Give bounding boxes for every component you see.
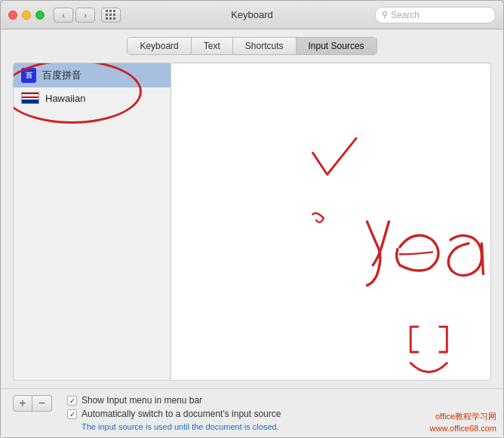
auto-switch-label: Automatically switch to a document's inp… [81, 409, 281, 419]
item-label-baidu: 百度拼音 [42, 69, 81, 82]
window-title: Keyboard [231, 9, 273, 20]
traffic-lights [8, 11, 45, 20]
add-source-button[interactable]: + [13, 395, 32, 412]
window: ‹ › Keyboard ⚲ Search Keyboard Text Shor… [0, 0, 504, 438]
remove-source-button[interactable]: − [32, 395, 52, 412]
grid-view-button[interactable] [101, 8, 121, 23]
baidu-icon: 百 [21, 68, 36, 83]
forward-button[interactable]: › [75, 8, 95, 23]
show-input-menu-label: Show Input menu in menu bar [81, 395, 202, 406]
note-text: The input source is used until the docum… [81, 422, 281, 431]
show-input-menu-checkbox[interactable]: ✓ [67, 396, 77, 406]
tab-input-sources[interactable]: Input Sources [297, 38, 376, 54]
tabs-container: Keyboard Text Shortcuts Input Sources [127, 37, 376, 55]
tab-shortcuts[interactable]: Shortcuts [233, 38, 297, 54]
titlebar: ‹ › Keyboard ⚲ Search [1, 1, 503, 29]
close-button[interactable] [8, 11, 17, 20]
search-placeholder: Search [391, 10, 419, 20]
watermark: office教程学习网 www.office68.com [430, 411, 496, 434]
input-sources-list: 百 百度拼音 Hawaiian [13, 63, 171, 381]
search-icon: ⚲ [382, 10, 388, 20]
options-checkboxes: ✓ Show Input menu in menu bar ✓ Automati… [67, 395, 281, 431]
bottom-bar: + − ✓ Show Input menu in menu bar ✓ Auto… [1, 388, 503, 437]
handwriting-canvas [171, 63, 490, 380]
list-item[interactable]: 百 百度拼音 [14, 63, 171, 87]
tab-keyboard[interactable]: Keyboard [128, 38, 191, 54]
maximize-button[interactable] [35, 11, 45, 20]
auto-switch-checkbox[interactable]: ✓ [67, 409, 77, 419]
back-button[interactable]: ‹ [54, 8, 73, 23]
tab-bar: Keyboard Text Shortcuts Input Sources [1, 29, 503, 55]
auto-switch-row: ✓ Automatically switch to a document's i… [67, 409, 281, 419]
watermark-line2: www.office68.com [430, 423, 496, 434]
show-input-menu-row: ✓ Show Input menu in menu bar [67, 395, 281, 406]
hawaii-flag-icon [21, 92, 39, 104]
nav-buttons: ‹ › [54, 8, 95, 23]
item-label-hawaiian: Hawaiian [45, 93, 85, 104]
search-box[interactable]: ⚲ Search [375, 7, 496, 23]
watermark-line1: office教程学习网 [430, 411, 496, 422]
minimize-button[interactable] [22, 11, 31, 20]
right-panel [171, 63, 491, 381]
list-item[interactable]: Hawaiian [14, 87, 171, 109]
main-content: 百 百度拼音 Hawaiian [1, 55, 503, 388]
list-controls: + − [13, 395, 52, 412]
grid-icon [106, 10, 116, 20]
tab-text[interactable]: Text [192, 38, 233, 54]
